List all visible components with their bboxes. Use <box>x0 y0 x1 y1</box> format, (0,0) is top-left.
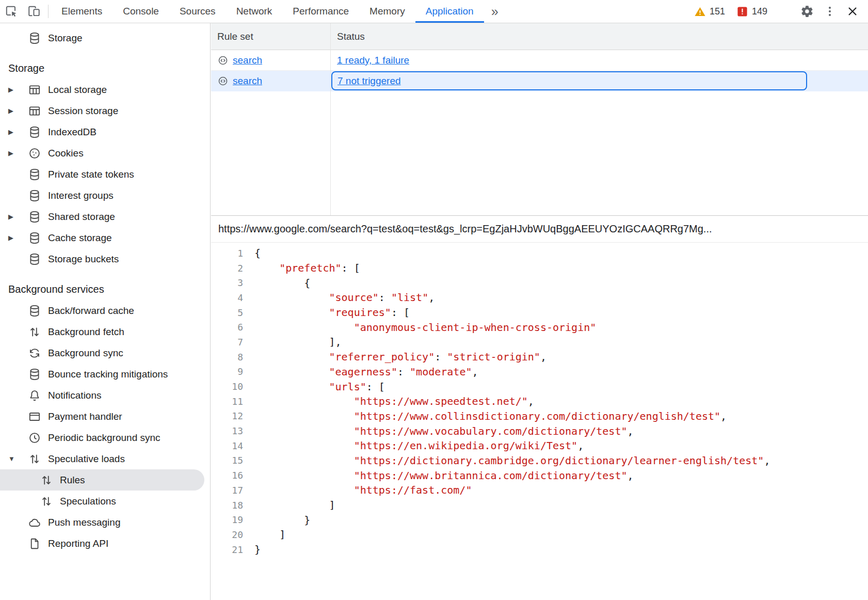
code-text: ], <box>243 336 342 348</box>
code-viewer[interactable]: 1{2 "prefetch": [3 {4 "source": "list",5… <box>211 243 868 600</box>
sidebar-item-rules[interactable]: Rules <box>0 469 204 491</box>
sidebar-item-cookies[interactable]: ▶Cookies <box>0 143 204 164</box>
line-number: 9 <box>211 366 243 377</box>
code-line: 4 "source": "list", <box>211 290 868 305</box>
cookie-icon <box>28 147 41 160</box>
sidebar-item-shared-storage[interactable]: ▶Shared storage <box>0 206 204 227</box>
rule-set-source-url[interactable]: https://www.google.com/search?q=test&oq=… <box>211 216 868 243</box>
expander-collapsed-icon[interactable]: ▶ <box>8 149 28 157</box>
inspect-element-icon[interactable] <box>0 0 23 23</box>
expander-collapsed-icon[interactable]: ▶ <box>8 128 28 136</box>
sidebar-item-label: Session storage <box>48 105 118 117</box>
rule-set-link[interactable]: search <box>233 55 262 66</box>
tab-sources[interactable]: Sources <box>169 0 226 23</box>
code-line: 10 "urls": [ <box>211 379 868 394</box>
code-line: 6 "anonymous-client-ip-when-cross-origin… <box>211 320 868 335</box>
sidebar-item-speculative-loads[interactable]: ▼Speculative loads <box>0 448 204 469</box>
warning-icon <box>694 6 706 18</box>
status-cell[interactable]: 1 ready, 1 failure <box>330 50 868 70</box>
column-header-status: Status <box>330 31 365 42</box>
sidebar-item-session-storage[interactable]: ▶Session storage <box>0 100 204 121</box>
warning-count: 151 <box>710 6 725 17</box>
sidebar-item-bounce-tracking-mitigations[interactable]: Bounce tracking mitigations <box>0 364 204 385</box>
sidebar-item-notifications[interactable]: Notifications <box>0 385 204 406</box>
close-devtools-icon[interactable] <box>841 0 864 23</box>
toolbar-separator <box>48 5 49 18</box>
rule-set-icon <box>217 75 229 87</box>
line-number: 21 <box>211 544 243 555</box>
rule-set-cell: search <box>211 50 330 70</box>
tab-network[interactable]: Network <box>226 0 283 23</box>
line-number: 4 <box>211 292 243 303</box>
expander-collapsed-icon[interactable]: ▶ <box>8 234 28 242</box>
code-text: ] <box>243 499 335 511</box>
code-line: 15 "https://dictionary.cambridge.org/dic… <box>211 453 868 468</box>
line-number: 1 <box>211 248 243 259</box>
source-panel: https://www.google.com/search?q=test&oq=… <box>211 215 868 600</box>
code-line: 13 "https://www.vocabulary.com/dictionar… <box>211 423 868 438</box>
tab-console[interactable]: Console <box>112 0 169 23</box>
expander-expanded-icon[interactable]: ▼ <box>8 455 28 463</box>
sidebar-item-background-fetch[interactable]: Background fetch <box>0 321 204 342</box>
code-text: "source": "list", <box>243 291 435 304</box>
warnings-badge[interactable]: 151 <box>688 0 731 23</box>
database-icon <box>28 231 41 245</box>
code-text: "urls": [ <box>243 381 385 393</box>
line-number: 6 <box>211 322 243 333</box>
error-icon <box>736 6 748 18</box>
sidebar-item-label: Storage buckets <box>48 254 119 265</box>
sidebar-item-storage[interactable]: Storage <box>0 27 204 49</box>
database-icon <box>28 368 41 381</box>
code-text: ] <box>243 528 285 541</box>
code-line: 18 ] <box>211 498 868 513</box>
rule-row[interactable]: search7 not triggered <box>211 71 868 91</box>
tab-memory[interactable]: Memory <box>359 0 415 23</box>
sidebar-item-back-forward-cache[interactable]: Back/forward cache <box>0 300 204 321</box>
sidebar-item-storage-buckets[interactable]: Storage buckets <box>0 248 204 270</box>
sidebar-item-label: Rules <box>60 475 85 486</box>
sidebar-item-cache-storage[interactable]: ▶Cache storage <box>0 227 204 248</box>
status-link[interactable]: 7 not triggered <box>337 75 401 87</box>
sidebar-item-label: Back/forward cache <box>48 305 134 317</box>
rule-set-link[interactable]: search <box>233 75 262 87</box>
device-toolbar-icon[interactable] <box>23 0 45 23</box>
rule-row[interactable]: search1 ready, 1 failure <box>211 50 868 71</box>
status-link[interactable]: 1 ready, 1 failure <box>337 55 409 66</box>
code-text: "https://dictionary.cambridge.org/dictio… <box>243 454 770 467</box>
tab-elements[interactable]: Elements <box>51 0 112 23</box>
tab-application[interactable]: Application <box>415 0 484 23</box>
tab-performance[interactable]: Performance <box>282 0 359 23</box>
more-tabs-button[interactable]: » <box>484 0 506 23</box>
expander-collapsed-icon[interactable]: ▶ <box>8 213 28 220</box>
rule-set-cell: search <box>211 71 330 91</box>
code-text: "prefetch": [ <box>243 262 360 274</box>
issues-badge[interactable]: 149 <box>731 0 773 23</box>
rules-table-header: Rule set Status <box>211 23 868 50</box>
sidebar-item-payment-handler[interactable]: Payment handler <box>0 406 204 427</box>
status-cell[interactable]: 7 not triggered <box>331 71 807 90</box>
code-line: 1{ <box>211 246 868 261</box>
sidebar-item-push-messaging[interactable]: Push messaging <box>0 512 204 533</box>
code-text: "https://www.speedtest.net/", <box>243 395 534 407</box>
expander-collapsed-icon[interactable]: ▶ <box>8 107 28 115</box>
sidebar-item-private-state-tokens[interactable]: Private state tokens <box>0 164 204 185</box>
settings-gear-icon[interactable] <box>796 0 818 23</box>
sidebar-item-periodic-background-sync[interactable]: Periodic background sync <box>0 427 204 448</box>
database-icon <box>28 252 41 266</box>
line-number: 15 <box>211 455 243 466</box>
code-text: { <box>243 277 310 289</box>
sidebar-item-background-sync[interactable]: Background sync <box>0 342 204 364</box>
sidebar-item-indexeddb[interactable]: ▶IndexedDB <box>0 121 204 143</box>
code-line: 17 "https://fast.com/" <box>211 483 868 498</box>
sidebar-item-reporting-api[interactable]: Reporting API <box>0 533 204 554</box>
code-text: "https://en.wikipedia.org/wiki/Test", <box>243 439 584 452</box>
sidebar-item-interest-groups[interactable]: Interest groups <box>0 185 204 206</box>
expander-collapsed-icon[interactable]: ▶ <box>8 86 28 93</box>
line-number: 18 <box>211 500 243 511</box>
kebab-menu-icon[interactable] <box>818 0 841 23</box>
sidebar-item-local-storage[interactable]: ▶Local storage <box>0 79 204 100</box>
database-icon <box>28 168 41 181</box>
sidebar-item-label: Background sync <box>48 348 123 359</box>
sidebar-item-label: Push messaging <box>48 517 120 528</box>
sidebar-item-speculations[interactable]: Speculations <box>0 491 204 512</box>
